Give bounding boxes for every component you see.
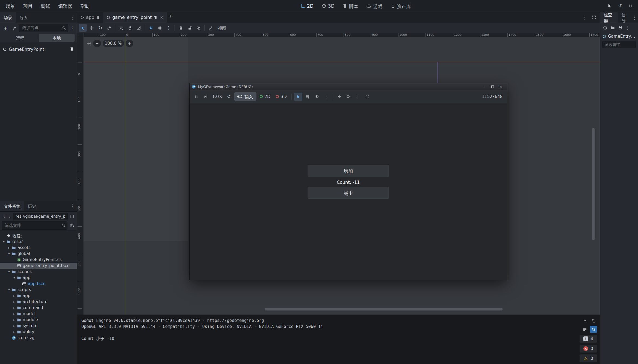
select-list-tool[interactable] [303, 93, 312, 101]
folder-icon[interactable] [609, 24, 616, 31]
pause-game-icon[interactable] [627, 2, 634, 10]
tree-open-arrow-icon[interactable]: ▾ [7, 270, 11, 274]
save-icon[interactable] [617, 24, 624, 31]
workspace-2d-button[interactable]: 2D [298, 2, 316, 10]
file-tree-row[interactable]: ▸module [0, 317, 77, 323]
tree-closed-arrow-icon[interactable]: ▸ [12, 312, 16, 316]
snap-options-menu-icon[interactable]: ⋮ [164, 24, 173, 32]
restart-game-icon[interactable]: ↺ [616, 2, 624, 10]
tree-open-arrow-icon[interactable]: ▾ [12, 276, 16, 280]
file-tree-row[interactable]: ▸architecture [0, 299, 77, 305]
workspace-assetlib-button[interactable]: 资产库 [388, 2, 413, 10]
tab-list-menu-icon[interactable]: ⋮ [582, 15, 588, 20]
close-tab-icon[interactable]: × [160, 15, 164, 20]
workspace-3d-button[interactable]: 3D [319, 2, 337, 10]
menu-scene[interactable]: 场景 [2, 0, 19, 12]
sort-files-icon[interactable] [69, 222, 75, 229]
group-nodes-button[interactable] [194, 24, 202, 32]
lock-node-button[interactable] [177, 24, 185, 32]
new-scene-tab-button[interactable]: + [167, 12, 175, 20]
tree-closed-arrow-icon[interactable]: ▸ [12, 318, 16, 322]
debug-2d-toggle[interactable]: 2D [258, 93, 273, 101]
file-tree-row[interactable]: ▸app [0, 293, 77, 299]
suspend-game-icon[interactable] [192, 93, 200, 101]
time-scale-button[interactable]: 1.0× [211, 93, 224, 101]
file-tree-row[interactable]: app.tscn [0, 281, 77, 287]
nav-back-icon[interactable]: ‹ [2, 214, 7, 219]
file-tree-row[interactable]: C#GameEntryPoint.cs [0, 257, 77, 263]
file-tree-row[interactable]: game_entry_point.tscn [0, 263, 77, 269]
instance-scene-icon[interactable] [10, 24, 18, 32]
file-tree-row[interactable]: icon.svg [0, 335, 77, 341]
tab-signals[interactable]: 信号 [618, 12, 632, 23]
attached-script-icon[interactable] [70, 47, 74, 51]
viewport-hscrollbar[interactable] [265, 308, 503, 310]
selection-options-menu-icon[interactable]: ⋮ [322, 93, 330, 101]
view-menu-button[interactable]: 视图 [215, 25, 229, 31]
line-wrap-icon[interactable] [581, 326, 588, 333]
local-button[interactable]: 本地 [39, 34, 75, 42]
smart-snap-toggle[interactable] [147, 24, 155, 32]
rotate-tool[interactable]: ↻ [96, 24, 104, 32]
warning-count-badge[interactable]: ⚠0 [580, 354, 597, 362]
workspace-script-button[interactable]: 脚本 [340, 2, 361, 10]
zoom-in-button[interactable]: + [126, 40, 134, 47]
tab-scene[interactable]: 场景 [0, 12, 16, 23]
select-tool[interactable] [79, 24, 87, 32]
history-icon[interactable] [602, 24, 608, 31]
tree-closed-arrow-icon[interactable]: ▸ [7, 246, 11, 250]
next-frame-icon[interactable] [202, 93, 210, 101]
file-tree-row[interactable]: ▸system [0, 323, 77, 329]
tree-closed-arrow-icon[interactable]: ▸ [12, 300, 16, 304]
add-node-button[interactable]: + [2, 24, 9, 32]
current-path-field[interactable] [13, 213, 68, 220]
copy-log-icon[interactable] [590, 317, 597, 324]
scene-dock-menu-icon[interactable]: ⋮ [70, 15, 76, 20]
file-tree-row[interactable]: 收藏: [0, 233, 77, 239]
scene-filter-menu-icon[interactable]: ⋮ [69, 25, 75, 31]
scene-tab-app[interactable]: app [77, 12, 103, 23]
close-window-icon[interactable]: × [497, 83, 505, 90]
skeleton-options-icon[interactable] [206, 24, 215, 32]
save-log-icon[interactable] [581, 317, 588, 324]
file-filter-input[interactable] [2, 221, 67, 230]
pick-node-icon[interactable] [606, 2, 613, 10]
fullscreen-icon[interactable] [363, 93, 371, 101]
menu-editor[interactable]: 编辑器 [54, 0, 76, 12]
scale-tool[interactable] [105, 24, 113, 32]
menu-debug[interactable]: 调试 [37, 0, 54, 12]
file-tree-row[interactable]: ▾res:// [0, 239, 77, 245]
tree-closed-arrow-icon[interactable]: ▸ [12, 306, 16, 310]
unlock-node-button[interactable] [185, 24, 194, 32]
tree-closed-arrow-icon[interactable]: ▸ [12, 330, 16, 334]
file-tree-row[interactable]: ▸assets [0, 245, 77, 251]
property-filter-input[interactable] [602, 41, 636, 48]
inspected-node-row[interactable]: GameEntryPoint [600, 32, 638, 40]
ruler-tool[interactable] [135, 24, 143, 32]
input-mode-toggle[interactable]: 输入 [234, 92, 256, 101]
search-log-icon[interactable] [590, 326, 597, 333]
remote-button[interactable]: 远程 [2, 34, 38, 42]
increase-button[interactable]: 增加 [308, 165, 389, 177]
zoom-level-label[interactable]: 100.0 % [103, 40, 124, 47]
file-tree-row[interactable]: ▸command [0, 305, 77, 311]
tree-closed-arrow-icon[interactable]: ▸ [12, 324, 16, 328]
tab-import[interactable]: 导入 [16, 12, 32, 23]
tab-filesystem[interactable]: 文件系统 [0, 201, 24, 211]
expand-viewport-icon[interactable] [590, 14, 598, 21]
maximize-window-icon[interactable] [488, 83, 497, 90]
nav-forward-icon[interactable]: › [7, 214, 12, 219]
inspector-menu-icon[interactable]: ⋮ [625, 25, 631, 30]
camera-override-icon[interactable] [345, 93, 353, 101]
file-tree-row[interactable]: ▸model [0, 311, 77, 317]
list-select-tool[interactable] [117, 24, 125, 32]
menu-help[interactable]: 帮助 [76, 0, 94, 12]
pick-cursor-tool[interactable] [294, 93, 302, 101]
mute-audio-icon[interactable] [335, 93, 344, 101]
scene-tree-root-node[interactable]: GameEntryPoint [0, 45, 77, 53]
scene-filter-input[interactable] [19, 24, 68, 32]
file-tree-row[interactable]: ▾app [0, 275, 77, 281]
file-tree-row[interactable]: ▾scripts [0, 287, 77, 293]
tab-history[interactable]: 历史 [24, 201, 40, 211]
pan-tool[interactable] [126, 24, 134, 32]
